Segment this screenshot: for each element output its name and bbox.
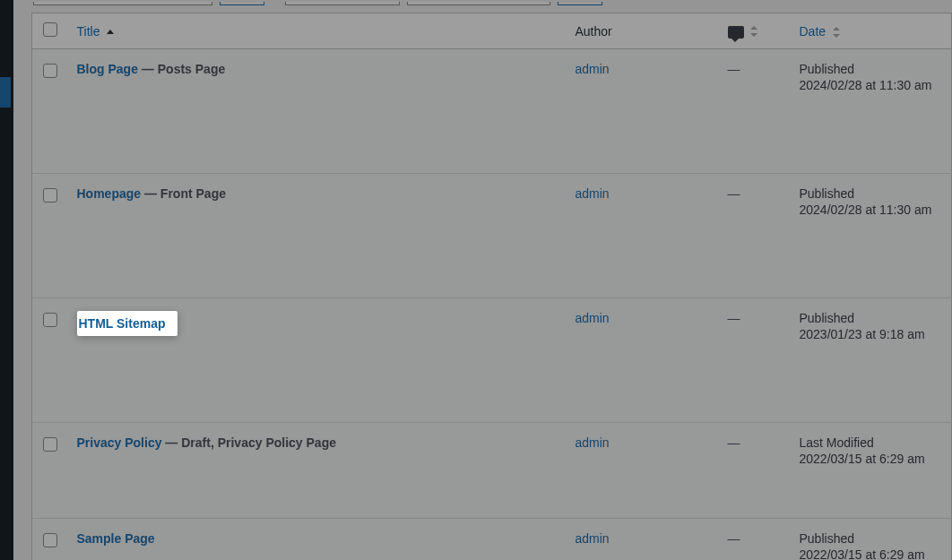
date-column-header[interactable]: Date [791, 13, 952, 49]
comments-count: — [728, 531, 740, 546]
row-date-cell: Last Modified2022/03/15 at 6:29 am [791, 423, 952, 519]
row-title-cell: Sample Page [68, 519, 567, 561]
row-author-cell: admin [567, 49, 719, 174]
row-author-cell: admin [567, 423, 719, 519]
apply-button[interactable] [220, 2, 264, 5]
row-title-cell: Privacy Policy — Draft, Privacy Policy P… [68, 423, 567, 519]
date-header-label: Date [800, 24, 827, 39]
sort-dual-icon [750, 26, 757, 37]
date-filter-select[interactable] [285, 2, 400, 5]
title-column-header[interactable]: Title [68, 13, 567, 49]
row-checkbox-cell [32, 298, 68, 423]
author-link[interactable]: admin [576, 62, 610, 76]
table-row: Homepage — Front Pageadmin—Published2024… [32, 174, 952, 298]
table-body: Blog Page — Posts Pageadmin—Published202… [32, 49, 952, 561]
row-checkbox[interactable] [43, 533, 57, 547]
row-comments-cell: — [719, 519, 791, 561]
row-author-cell: admin [567, 519, 719, 561]
row-date-cell: Published2022/03/15 at 6:29 am [791, 519, 952, 561]
date-status: Last Modified [800, 435, 943, 450]
author-link[interactable]: admin [576, 186, 610, 201]
row-date-cell: Published2024/02/28 at 11:30 am [791, 174, 952, 298]
row-author-cell: admin [567, 174, 719, 298]
author-link[interactable]: admin [576, 435, 610, 450]
filter-button[interactable] [558, 2, 602, 5]
date-status: Published [800, 531, 943, 546]
page-title-suffix: — Draft, Privacy Policy Page [161, 435, 336, 450]
row-title-cell: Blog Page — Posts Page [68, 49, 567, 174]
collapse-sidebar-tab[interactable] [0, 77, 11, 108]
comments-column-header[interactable] [719, 13, 791, 49]
select-all-header [32, 13, 68, 49]
row-author-cell: admin [567, 298, 719, 423]
author-header-label: Author [576, 24, 612, 39]
content-area: Title Author Date Blog Pa [13, 0, 952, 560]
row-checkbox-cell [32, 174, 68, 298]
row-checkbox[interactable] [43, 437, 57, 452]
page-title-suffix: — Posts Page [138, 62, 225, 76]
page-title-link[interactable]: Privacy Policy [77, 435, 162, 450]
author-link[interactable]: admin [576, 311, 610, 325]
row-checkbox[interactable] [43, 313, 57, 327]
table-row: Privacy Policy — Draft, Privacy Policy P… [32, 423, 952, 519]
comment-icon [728, 26, 744, 39]
page-title-link[interactable]: Sample Page [77, 531, 155, 546]
row-checkbox-cell [32, 49, 68, 174]
page-root: Title Author Date Blog Pa [0, 0, 952, 560]
page-title-link[interactable]: HTML Sitemap [79, 316, 166, 331]
row-checkbox[interactable] [43, 188, 57, 202]
row-checkbox-cell [32, 423, 68, 519]
date-status: Published [800, 62, 943, 76]
row-checkbox-cell [32, 519, 68, 561]
row-checkbox[interactable] [43, 64, 57, 78]
row-title-cell: Homepage — Front Page [68, 174, 567, 298]
row-comments-cell: — [719, 174, 791, 298]
date-timestamp: 2024/02/28 at 11:30 am [800, 202, 943, 217]
date-status: Published [800, 311, 943, 325]
title-header-label: Title [77, 24, 100, 39]
comments-count: — [728, 62, 740, 76]
filters-row [31, 0, 952, 5]
page-title-suffix: — Front Page [141, 186, 226, 201]
sort-asc-icon [107, 30, 114, 34]
page-title-link[interactable]: Homepage [77, 186, 142, 201]
seo-filter-select[interactable] [407, 2, 550, 5]
table-row: Blog Page — Posts Pageadmin—Published202… [32, 49, 952, 174]
row-date-cell: Published2024/02/28 at 11:30 am [791, 49, 952, 174]
author-link[interactable]: admin [576, 531, 610, 546]
date-status: Published [800, 186, 943, 201]
date-timestamp: 2022/03/15 at 6:29 am [800, 547, 943, 560]
row-title-cell: HTML Sitemap [68, 298, 567, 423]
table-row: Sample Pageadmin—Published2022/03/15 at … [32, 519, 952, 561]
table-header-row: Title Author Date [32, 13, 952, 49]
page-title-link[interactable]: Blog Page [77, 62, 138, 76]
date-timestamp: 2022/03/15 at 6:29 am [800, 452, 943, 466]
comments-count: — [728, 186, 740, 201]
pages-table: Title Author Date Blog Pa [31, 13, 952, 560]
select-all-checkbox[interactable] [43, 22, 57, 37]
bulk-action-select[interactable] [33, 2, 212, 5]
highlight-spotlight: HTML Sitemap [77, 311, 178, 336]
highlight-box: HTML Sitemap [77, 311, 178, 336]
row-comments-cell: — [719, 49, 791, 174]
row-comments-cell: — [719, 298, 791, 423]
row-comments-cell: — [719, 423, 791, 519]
table-row: HTML Sitemapadmin—Published2023/01/23 at… [32, 298, 952, 423]
sort-dual-icon [833, 27, 840, 38]
date-timestamp: 2023/01/23 at 9:18 am [800, 327, 943, 341]
comments-count: — [728, 435, 740, 450]
author-column-header: Author [567, 13, 719, 49]
comments-count: — [728, 311, 740, 325]
date-timestamp: 2024/02/28 at 11:30 am [800, 78, 943, 92]
row-date-cell: Published2023/01/23 at 9:18 am [791, 298, 952, 423]
